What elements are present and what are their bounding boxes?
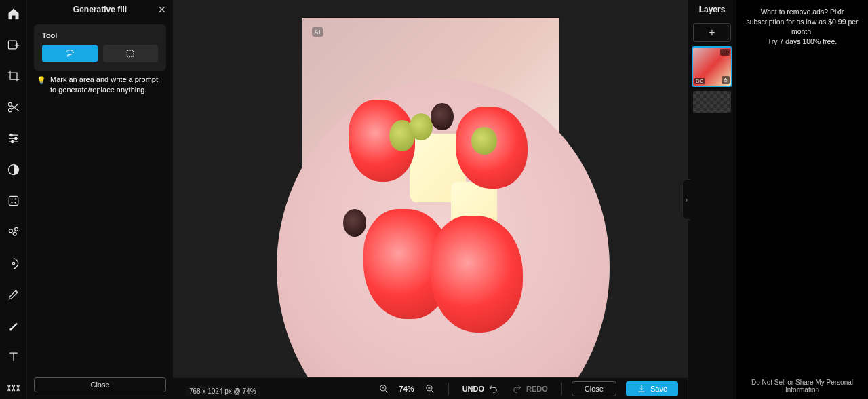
undo-button[interactable]: UNDO <box>458 381 502 396</box>
svg-point-5 <box>11 140 13 142</box>
svg-point-14 <box>14 227 18 231</box>
svg-point-13 <box>13 232 16 235</box>
generative-fill-panel: Generative fill ✕ Tool 💡 <box>27 0 173 399</box>
svg-point-8 <box>11 198 12 200</box>
layer-thumb-empty[interactable] <box>693 91 731 113</box>
zoom-in-button[interactable] <box>421 381 439 396</box>
canvas-image[interactable]: AI <box>302 18 559 360</box>
tool-rail <box>0 0 27 399</box>
save-button-label: Save <box>650 385 667 393</box>
svg-rect-0 <box>8 41 16 49</box>
ai-badge: AI <box>312 27 324 37</box>
svg-point-11 <box>14 202 16 203</box>
adjust-tool-icon[interactable] <box>4 129 23 148</box>
privacy-link[interactable]: Do Not Sell or Share My Personal Informa… <box>742 379 863 396</box>
svg-point-4 <box>14 137 16 139</box>
zoom-controls: 74% <box>375 381 439 396</box>
liquify-tool-icon[interactable] <box>4 254 23 273</box>
svg-point-1 <box>8 102 12 106</box>
ad-text-2: Try 7 days 100% free. <box>768 37 837 47</box>
close-button-label: Close <box>585 385 604 393</box>
collapse-layers-button[interactable]: › <box>682 179 690 220</box>
hint-text: Mark an area and write a prompt to gener… <box>50 75 163 96</box>
svg-point-9 <box>14 198 16 200</box>
layers-title: Layers <box>688 0 736 19</box>
lightbulb-icon: 💡 <box>37 75 46 96</box>
redo-label: REDO <box>526 385 548 393</box>
zoom-out-button[interactable] <box>375 381 393 396</box>
text-tool-icon[interactable] <box>4 347 23 366</box>
canvas[interactable]: AI <box>173 0 688 377</box>
layer-menu-icon[interactable]: ⋯ <box>720 49 730 56</box>
home-icon[interactable] <box>4 4 23 23</box>
ad-text-1: Want to remove ads? Pixlr subscription f… <box>742 7 863 37</box>
redo-button[interactable]: REDO <box>509 381 552 396</box>
crop-tool-icon[interactable] <box>4 66 23 86</box>
add-image-tool-icon[interactable] <box>4 35 23 54</box>
panel-close-button[interactable]: Close <box>34 377 166 392</box>
draw-tool-icon[interactable] <box>4 285 23 304</box>
brush-tool-icon[interactable] <box>4 316 23 335</box>
layer-bg-badge: BG <box>694 78 705 84</box>
close-icon[interactable]: ✕ <box>155 3 169 16</box>
svg-rect-18 <box>724 80 727 82</box>
panel-close-button-label: Close <box>90 381 109 389</box>
marquee-tool-button[interactable] <box>103 45 159 62</box>
svg-rect-7 <box>9 196 18 205</box>
zoom-level: 74% <box>399 385 414 393</box>
history-controls: UNDO REDO <box>458 381 552 396</box>
close-button[interactable]: Close <box>572 381 616 396</box>
svg-point-12 <box>9 229 12 233</box>
undo-label: UNDO <box>462 385 484 393</box>
save-button[interactable]: Save <box>626 381 678 396</box>
svg-point-2 <box>8 109 12 112</box>
retouch-tool-icon[interactable] <box>4 223 23 242</box>
effects-tool-icon[interactable] <box>4 191 23 210</box>
svg-point-3 <box>10 134 12 136</box>
panel-title: Generative fill <box>73 5 127 14</box>
layer-thumb-1[interactable]: ⋯ BG <box>693 48 731 86</box>
cut-tool-icon[interactable] <box>4 98 23 117</box>
add-layer-button[interactable]: + <box>693 23 731 42</box>
layers-panel: Layers + ⋯ BG <box>688 0 736 399</box>
canvas-stage: AI 768 x 1024 px @ 74% 74% UNDO <box>173 0 688 399</box>
tool-label: Tool <box>42 31 158 39</box>
elements-tool-icon[interactable] <box>4 379 23 398</box>
canvas-info: 768 x 1024 px @ 74% <box>185 386 260 396</box>
lock-icon[interactable] <box>722 76 730 84</box>
ad-column: Want to remove ads? Pixlr subscription f… <box>736 0 868 399</box>
contrast-tool-icon[interactable] <box>4 160 23 179</box>
svg-rect-15 <box>127 50 134 56</box>
hint-text-row: 💡 Mark an area and write a prompt to gen… <box>34 71 166 96</box>
svg-point-10 <box>11 202 12 203</box>
tool-selector: Tool <box>34 24 166 71</box>
lasso-tool-button[interactable] <box>42 45 98 62</box>
